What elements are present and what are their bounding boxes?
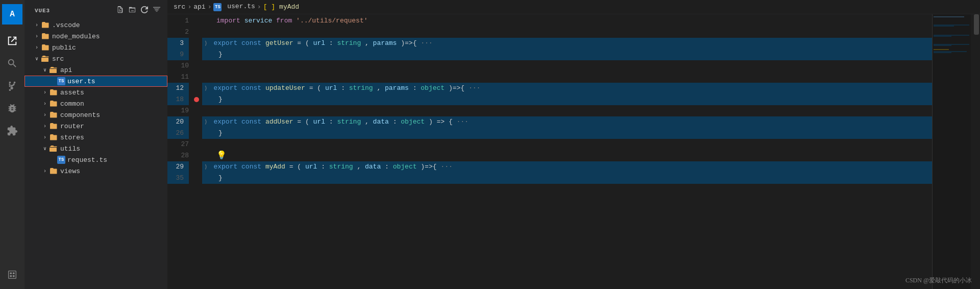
tree-arrow: ∨ bbox=[41, 146, 49, 152]
code-line-1: import service from '../utils/request' bbox=[202, 15, 932, 27]
line-numbers: 1 2 3 9 10 11 12 18 19 20 26 27 28 29 35 bbox=[167, 14, 194, 289]
code-line-18: } bbox=[202, 94, 932, 105]
run-debug-icon[interactable] bbox=[2, 98, 22, 118]
typescript-icon: TS bbox=[57, 156, 65, 164]
breadcrumb-sep2: › bbox=[208, 3, 212, 11]
folder-icon bbox=[41, 32, 50, 41]
breadcrumb-symbol: myAdd bbox=[279, 3, 299, 11]
svg-rect-9 bbox=[934, 36, 951, 37]
watermark: CSDN @爱敲代码的小冰 bbox=[905, 276, 972, 285]
file-tree: › .vscode › node_modules › public ∨ bbox=[24, 19, 167, 289]
vertical-scrollbar[interactable] bbox=[973, 14, 980, 289]
breadcrumb-src: src bbox=[174, 3, 185, 11]
folder-icon bbox=[41, 43, 50, 52]
tree-arrow: › bbox=[41, 135, 49, 140]
svg-rect-8 bbox=[934, 35, 969, 36]
breadcrumb-sep3: › bbox=[257, 3, 261, 11]
svg-rect-10 bbox=[934, 44, 969, 45]
breadcrumb-ts-label: TS user.ts bbox=[213, 3, 255, 11]
code-line-2 bbox=[202, 27, 932, 38]
folder-open-icon bbox=[49, 144, 58, 153]
folder-open-icon bbox=[41, 54, 50, 63]
tree-arrow: › bbox=[41, 112, 49, 118]
tree-item-public[interactable]: › public bbox=[24, 42, 167, 53]
code-line-9: } bbox=[202, 49, 932, 60]
folder-open-icon bbox=[49, 65, 58, 75]
editor-area: src › api › TS user.ts › [ ] myAdd 1 2 3… bbox=[167, 0, 980, 289]
tree-arrow: › bbox=[41, 168, 49, 174]
folder-icon bbox=[49, 166, 58, 176]
svg-rect-0 bbox=[9, 271, 16, 279]
explorer-icon[interactable] bbox=[2, 31, 22, 51]
sidebar-actions bbox=[115, 5, 161, 16]
breadcrumb-bracket: [ ] bbox=[263, 3, 275, 11]
tree-item-src[interactable]: ∨ src bbox=[24, 53, 167, 64]
new-file-icon[interactable] bbox=[115, 5, 125, 16]
code-line-27 bbox=[202, 139, 932, 150]
logo-icon: A bbox=[2, 4, 22, 25]
tree-item-common[interactable]: › common bbox=[24, 98, 167, 109]
code-content[interactable]: import service from '../utils/request' ⟩… bbox=[194, 14, 932, 289]
code-line-26: } bbox=[202, 128, 932, 139]
tree-item-assets[interactable]: › assets bbox=[24, 87, 167, 98]
svg-rect-7 bbox=[934, 26, 954, 27]
code-line-29: ⟩ export const myAdd = ( url : string , … bbox=[202, 161, 932, 173]
code-line-28: 💡 bbox=[202, 150, 932, 161]
folder-icon bbox=[49, 88, 58, 97]
svg-rect-1 bbox=[10, 272, 12, 274]
refresh-icon[interactable] bbox=[140, 5, 149, 16]
folder-icon bbox=[49, 122, 58, 131]
tree-item-stores[interactable]: › stores bbox=[24, 132, 167, 143]
sidebar-title: VUE3 bbox=[24, 0, 167, 19]
folder-icon bbox=[49, 133, 58, 142]
tree-item-node-modules[interactable]: › node_modules bbox=[24, 31, 167, 42]
tree-item-components[interactable]: › components bbox=[24, 109, 167, 121]
search-icon[interactable] bbox=[2, 53, 22, 74]
svg-rect-4 bbox=[13, 275, 15, 277]
code-line-3: ⟩ export const getUser = ( url : string … bbox=[202, 38, 932, 49]
folder-icon bbox=[49, 110, 58, 119]
scrollbar-thumb[interactable] bbox=[974, 14, 979, 35]
svg-rect-11 bbox=[934, 45, 951, 46]
code-line-11 bbox=[202, 71, 932, 83]
tree-arrow: › bbox=[33, 45, 41, 51]
breadcrumb-api: api bbox=[193, 3, 205, 11]
svg-rect-3 bbox=[10, 275, 12, 277]
collapse-all-icon[interactable] bbox=[152, 5, 161, 16]
tree-item-router[interactable]: › router bbox=[24, 121, 167, 132]
code-line-35: } bbox=[202, 173, 932, 184]
breadcrumb: src › api › TS user.ts › [ ] myAdd bbox=[167, 0, 980, 14]
extensions-icon[interactable] bbox=[2, 121, 22, 141]
code-line-10 bbox=[202, 60, 932, 71]
folder-icon bbox=[49, 99, 58, 108]
svg-rect-5 bbox=[934, 16, 964, 17]
tree-item-user-ts[interactable]: TS user.ts bbox=[24, 76, 167, 87]
tree-item-request-ts[interactable]: TS request.ts bbox=[24, 154, 167, 165]
remote-explorer-icon[interactable] bbox=[2, 264, 22, 285]
tree-arrow: › bbox=[41, 101, 49, 107]
tree-arrow: ∨ bbox=[41, 67, 49, 73]
code-line-12: ⟩ export const updateUser = ( url : stri… bbox=[202, 83, 932, 94]
activity-bar: A bbox=[0, 0, 24, 289]
tree-item-vscode[interactable]: › .vscode bbox=[24, 19, 167, 31]
tree-arrow: › bbox=[41, 124, 49, 129]
new-folder-icon[interactable] bbox=[128, 5, 137, 16]
tree-item-views[interactable]: › views bbox=[24, 165, 167, 177]
source-control-icon[interactable] bbox=[2, 76, 22, 96]
typescript-icon: TS bbox=[57, 77, 65, 85]
minimap bbox=[932, 14, 973, 289]
breadcrumb-sep1: › bbox=[187, 3, 191, 11]
tree-item-api[interactable]: ∨ api bbox=[24, 64, 167, 76]
folder-icon bbox=[41, 20, 50, 30]
tree-item-utils[interactable]: ∨ utils bbox=[24, 143, 167, 154]
svg-rect-6 bbox=[934, 25, 969, 26]
svg-rect-12 bbox=[934, 49, 949, 50]
sidebar: VUE3 › .vscode › bbox=[24, 0, 167, 289]
tree-arrow: › bbox=[33, 34, 41, 39]
tree-arrow: ∨ bbox=[33, 56, 41, 62]
svg-rect-14 bbox=[934, 52, 951, 53]
svg-rect-2 bbox=[13, 272, 15, 274]
code-line-20: ⟩ export const addUser = ( url : string … bbox=[202, 116, 932, 128]
tree-arrow: › bbox=[41, 90, 49, 95]
code-editor[interactable]: 1 2 3 9 10 11 12 18 19 20 26 27 28 29 35… bbox=[167, 14, 980, 289]
